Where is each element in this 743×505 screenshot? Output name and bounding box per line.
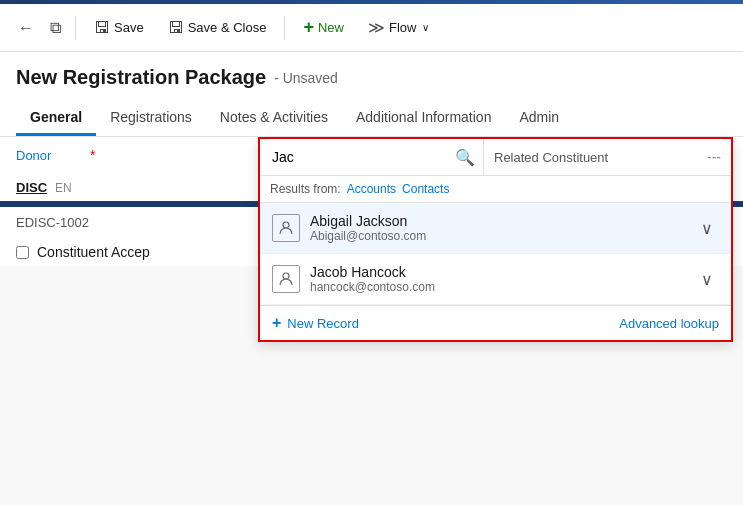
- tab-notes-activities[interactable]: Notes & Activities: [206, 101, 342, 136]
- contacts-link[interactable]: Contacts: [402, 182, 449, 196]
- result-item-abigail[interactable]: Abigail Jackson Abigail@contoso.com ∨: [260, 203, 731, 254]
- abigail-avatar-icon: [272, 214, 300, 242]
- abigail-info: Abigail Jackson Abigail@contoso.com: [310, 213, 685, 243]
- jacob-name: Jacob Hancock: [310, 264, 685, 280]
- donor-search-input[interactable]: [268, 145, 451, 169]
- related-constituent-section: Related Constituent ---: [484, 143, 731, 171]
- tab-additional-information[interactable]: Additional Information: [342, 101, 505, 136]
- constituent-accept-label: Constituent Accep: [37, 244, 150, 260]
- related-constituent-header: Related Constituent: [494, 150, 608, 165]
- flow-chevron-icon: ∨: [422, 22, 429, 33]
- dropdown-top-row: 🔍 Related Constituent ---: [260, 139, 731, 176]
- page-header: New Registration Package - Unsaved: [0, 52, 743, 97]
- abigail-name: Abigail Jackson: [310, 213, 685, 229]
- tab-registrations[interactable]: Registrations: [96, 101, 206, 136]
- donor-label: Donor: [16, 148, 76, 163]
- save-button[interactable]: 🖫 Save: [84, 14, 154, 42]
- page-title: New Registration Package - Unsaved: [16, 66, 727, 89]
- toolbar-separator-1: [75, 16, 76, 40]
- toolbar: ← ⧉ 🖫 Save 🖫 Save & Close + New ≫ Flow ∨: [0, 4, 743, 52]
- save-icon: 🖫: [94, 19, 110, 37]
- required-star: *: [90, 147, 95, 163]
- save-close-label: Save & Close: [188, 20, 267, 35]
- results-from-row: Results from: Accounts Contacts: [260, 176, 731, 203]
- flow-label: Flow: [389, 20, 416, 35]
- jacob-avatar-icon: [272, 265, 300, 293]
- toolbar-separator-2: [284, 16, 285, 40]
- search-dropdown: 🔍 Related Constituent --- Results from: …: [258, 137, 733, 342]
- save-close-icon: 🖫: [168, 19, 184, 37]
- jacob-expand-icon[interactable]: ∨: [695, 268, 719, 291]
- save-close-button[interactable]: 🖫 Save & Close: [158, 14, 277, 42]
- abigail-email: Abigail@contoso.com: [310, 229, 685, 243]
- main-content: Donor * Related Constituent --- DISC EN …: [0, 137, 743, 505]
- flow-button[interactable]: ≫ Flow ∨: [358, 13, 439, 42]
- dropdown-footer: + New Record Advanced lookup: [260, 305, 731, 340]
- jacob-email: hancock@contoso.com: [310, 280, 685, 294]
- back-button[interactable]: ←: [12, 15, 40, 41]
- search-section: 🔍: [260, 139, 484, 175]
- advanced-lookup-button[interactable]: Advanced lookup: [619, 316, 719, 331]
- accounts-link[interactable]: Accounts: [347, 182, 396, 196]
- ellipsis-icon: ---: [707, 149, 721, 165]
- tab-bar: General Registrations Notes & Activities…: [0, 97, 743, 137]
- new-record-button[interactable]: + New Record: [272, 314, 359, 332]
- tab-admin[interactable]: Admin: [505, 101, 573, 136]
- results-from-label: Results from:: [270, 182, 341, 196]
- section-label-en: EN: [55, 181, 72, 195]
- flow-icon: ≫: [368, 18, 385, 37]
- abigail-expand-icon[interactable]: ∨: [695, 217, 719, 240]
- new-button[interactable]: + New: [293, 12, 354, 43]
- result-item-jacob[interactable]: Jacob Hancock hancock@contoso.com ∨: [260, 254, 731, 305]
- section-label[interactable]: DISC: [16, 180, 47, 195]
- page-title-text: New Registration Package: [16, 66, 266, 89]
- new-record-label: New Record: [287, 316, 359, 331]
- jacob-info: Jacob Hancock hancock@contoso.com: [310, 264, 685, 294]
- content-wrapper: New Registration Package - Unsaved Gener…: [0, 52, 743, 505]
- new-plus-icon: +: [303, 17, 314, 38]
- constituent-accept-checkbox[interactable]: [16, 246, 29, 259]
- new-label: New: [318, 20, 344, 35]
- save-label: Save: [114, 20, 144, 35]
- record-id-text: EDISC-1002: [16, 215, 89, 230]
- tab-general[interactable]: General: [16, 101, 96, 136]
- search-icon: 🔍: [455, 148, 475, 167]
- restore-button[interactable]: ⧉: [44, 15, 67, 41]
- svg-point-1: [283, 273, 289, 279]
- unsaved-badge: - Unsaved: [274, 70, 338, 86]
- svg-point-0: [283, 222, 289, 228]
- new-record-plus-icon: +: [272, 314, 281, 332]
